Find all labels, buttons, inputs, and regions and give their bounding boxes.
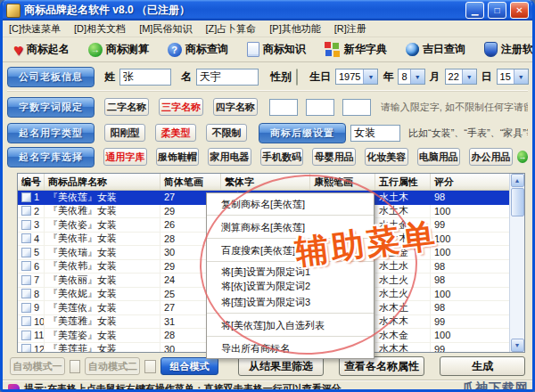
toolbar: 商标起名 商标测算 商标查询 商标知识 新华字典 bbox=[3, 37, 532, 62]
cell-five-elements: 水木木 bbox=[375, 315, 431, 329]
menu-item[interactable]: [R]注册 bbox=[334, 22, 366, 36]
globe-icon bbox=[406, 43, 419, 56]
word-count-option-button[interactable]: 四字名称 bbox=[213, 98, 258, 116]
birth-hour-select[interactable]: 15 ▼ bbox=[497, 69, 529, 85]
filter-results-button[interactable]: 从结果里筛选 bbox=[238, 356, 324, 376]
row-icon bbox=[21, 344, 31, 352]
column-header[interactable]: 评分 bbox=[431, 174, 510, 190]
menu-item[interactable]: [M]民俗知识 bbox=[139, 22, 192, 36]
library-option-button[interactable]: 化妆美容 bbox=[365, 148, 408, 166]
limit-char-input-3[interactable] bbox=[342, 99, 371, 116]
birth-year-value: 1975 bbox=[336, 71, 363, 82]
cell-five-elements: 水土木 bbox=[375, 205, 431, 218]
char-type-option-button[interactable]: 柔美型 bbox=[155, 124, 196, 142]
library-option-button[interactable]: 电脑用品 bbox=[417, 148, 461, 166]
owner-info-row: 公司老板信息 姓 名 性别 男 生日 1975 ▼ 年 8 ▼ 月 22 ▼ bbox=[7, 67, 528, 86]
scroll-down-icon[interactable]: ▼ bbox=[511, 339, 524, 352]
birth-day-select[interactable]: 22 ▼ bbox=[445, 69, 477, 85]
column-header[interactable]: 康熙笔画 bbox=[310, 174, 375, 190]
birth-year-select[interactable]: 1975 ▼ bbox=[335, 69, 378, 85]
column-header[interactable]: 商标品牌名称 bbox=[45, 174, 160, 190]
auto-mode-2-button[interactable]: 自动模式二 bbox=[85, 357, 140, 375]
maximize-button[interactable]: □ bbox=[488, 2, 506, 19]
column-header[interactable]: 简体笔画 bbox=[160, 174, 221, 190]
more-categories-icon[interactable] bbox=[517, 151, 528, 163]
context-menu-item[interactable]: 将[美依莲]加入自选列表 bbox=[207, 316, 374, 337]
word-count-section-button[interactable]: 字数字词限定 bbox=[7, 97, 95, 118]
char-type-option-button[interactable]: 不限制 bbox=[206, 124, 247, 142]
cell-five-elements: 水土金 bbox=[375, 246, 431, 259]
surname-label: 姓 bbox=[104, 69, 115, 85]
scrollbar-thumb[interactable] bbox=[511, 188, 524, 216]
vertical-scrollbar[interactable]: ▲ ▼ bbox=[509, 174, 524, 352]
chevron-down-icon[interactable]: ▼ bbox=[462, 69, 476, 84]
char-type-option-button[interactable]: 阳刚型 bbox=[104, 124, 145, 142]
menu-item[interactable]: [C]快速菜单 bbox=[9, 22, 61, 36]
birth-hour-value: 15 bbox=[498, 71, 514, 82]
cell-number: 7 bbox=[34, 274, 39, 285]
toolbar-button[interactable]: 新华字典 bbox=[318, 41, 393, 58]
library-section-button[interactable]: 起名字库选择 bbox=[7, 147, 95, 167]
library-option-button[interactable]: 母婴用品 bbox=[312, 148, 356, 166]
heart-icon bbox=[13, 44, 23, 56]
toolbar-button[interactable]: 商标查询 bbox=[161, 41, 235, 58]
toolbar-button[interactable]: 商标知识 bbox=[241, 41, 312, 58]
generate-button[interactable]: 生成 bbox=[440, 356, 525, 376]
table-header-row: 编号 商标品牌名称 简体笔画 繁体字 康熙笔画 五行属性 评分 bbox=[18, 174, 510, 191]
context-menu-item[interactable]: 测算商标名[美依莲] bbox=[207, 218, 374, 239]
menu-item[interactable]: [P]其他功能 bbox=[269, 22, 320, 36]
cell-brand-name: 『美依莲』女装 bbox=[45, 191, 160, 204]
word-count-row: 字数字词限定 二字名称 三字名称 四字名称 请输入限定字, 如不限制任何字请留空 bbox=[7, 91, 528, 118]
char-type-row: 起名用字类型 阳刚型 柔美型 不限制 商标后缀设置 比如“女装”、“手表”、“家… bbox=[7, 123, 528, 143]
cell-brand-name: 『美莲雅』女装 bbox=[45, 315, 160, 329]
context-menu-item[interactable]: 导出所有商标名 bbox=[207, 339, 374, 356]
toolbar-button[interactable]: 吉日查询 bbox=[399, 41, 472, 58]
suffix-section-button[interactable]: 商标后缀设置 bbox=[259, 123, 346, 143]
toolbar-button-label: 注册软件 bbox=[501, 42, 535, 57]
chevron-down-icon[interactable]: ▼ bbox=[363, 69, 377, 84]
chevron-down-icon[interactable]: ▼ bbox=[410, 69, 424, 84]
suffix-input[interactable] bbox=[350, 125, 400, 142]
toolbar-button[interactable]: 注册软件 bbox=[478, 41, 535, 58]
toolbar-button-label: 吉日查询 bbox=[423, 42, 465, 57]
library-option-button[interactable]: 服饰鞋帽 bbox=[156, 148, 200, 166]
cell-score: 98 bbox=[431, 274, 510, 287]
document-icon bbox=[247, 42, 259, 57]
auto-mode-1-button[interactable]: 自动模式一 bbox=[10, 357, 65, 375]
combo-mode-button[interactable]: 组合模式 bbox=[160, 357, 218, 375]
chevron-down-icon[interactable]: ▼ bbox=[514, 69, 528, 84]
context-menu-item[interactable]: 复制商标名[美依莲] bbox=[207, 195, 374, 216]
context-menu-item[interactable]: 百度搜索[美依莲] bbox=[207, 241, 374, 262]
word-count-option-button[interactable]: 二字名称 bbox=[104, 98, 149, 116]
context-menu-item[interactable]: 将[依]设置为限定词2 bbox=[207, 279, 374, 293]
view-name-attrs-button[interactable]: 查看各名称属性 bbox=[339, 356, 424, 376]
app-icon bbox=[6, 4, 21, 18]
toolbar-button[interactable]: 商标测算 bbox=[82, 41, 155, 58]
menu-item[interactable]: [Z]占卜算命 bbox=[205, 22, 256, 36]
owner-info-section-button[interactable]: 公司老板信息 bbox=[7, 67, 95, 87]
surname-input[interactable] bbox=[119, 69, 171, 86]
column-header[interactable]: 繁体字 bbox=[221, 174, 310, 190]
gender-toggle[interactable]: 男 bbox=[296, 69, 298, 86]
char-type-section-button[interactable]: 起名用字类型 bbox=[7, 123, 95, 143]
word-count-option-button[interactable]: 三字名称 bbox=[159, 98, 203, 116]
minimize-button[interactable]: ▁ bbox=[465, 2, 484, 19]
window-title: 商标品牌起名软件 v8.0 （已注册） bbox=[24, 3, 462, 18]
library-option-button[interactable]: 家用电器 bbox=[208, 148, 251, 166]
limit-char-input-1[interactable] bbox=[269, 99, 298, 116]
library-option-button[interactable]: 通用字库 bbox=[103, 148, 147, 166]
menu-item[interactable]: [D]相关文档 bbox=[74, 22, 126, 36]
column-header[interactable]: 五行属性 bbox=[375, 174, 431, 190]
toolbar-button[interactable]: 商标起名 bbox=[7, 41, 76, 58]
context-menu-item[interactable]: 将[莲]设置为限定词3 bbox=[207, 293, 374, 314]
library-option-button[interactable]: 办公用品 bbox=[469, 148, 513, 166]
column-header[interactable]: 编号 bbox=[18, 174, 45, 190]
scroll-up-icon[interactable]: ▲ bbox=[511, 174, 524, 187]
birth-month-select[interactable]: 8 ▼ bbox=[398, 69, 424, 85]
context-menu-item[interactable]: 将[美]设置为限定词1 bbox=[207, 265, 374, 279]
close-button[interactable]: ✕ bbox=[510, 2, 529, 19]
cell-number: 10 bbox=[34, 316, 45, 327]
library-option-button[interactable]: 手机数码 bbox=[260, 148, 304, 166]
given-name-input[interactable] bbox=[196, 69, 259, 86]
limit-char-input-2[interactable] bbox=[306, 99, 334, 116]
